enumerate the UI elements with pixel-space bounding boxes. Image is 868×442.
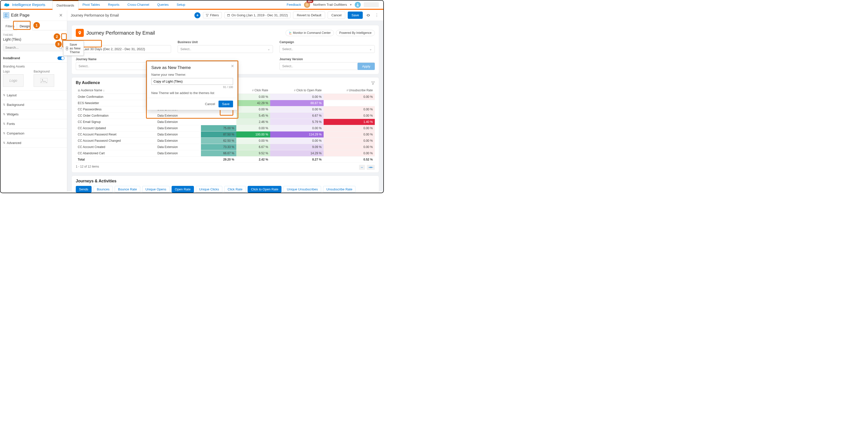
top-tab-dashboards[interactable]: Dashboards (53, 0, 79, 10)
chip-bounces[interactable]: Bounces (94, 186, 113, 193)
instabrand-toggle[interactable] (57, 57, 64, 60)
filter-journey-version-label: Journey Version (279, 58, 375, 61)
top-tab-pivot-tables[interactable]: Pivot Tables (79, 0, 104, 9)
svg-rect-9 (291, 33, 291, 35)
placeholder-skeleton (364, 2, 379, 7)
chip-click-rate[interactable]: Click Rate (224, 186, 246, 193)
chevron-updown-icon: ⇅ (3, 103, 5, 106)
top-tab-reports[interactable]: Reports (104, 0, 124, 9)
chip-bounce-rate[interactable]: Bounce Rate (115, 186, 140, 193)
date-range-picker[interactable]: On Going (Jan 1, 2019 - Dec 31, 2022) (224, 12, 291, 18)
edit-sidebar: FiltersDesign THEME Light (Tiles) ⋮ Inst… (0, 21, 67, 192)
sidebar-subtab-filters[interactable]: Filters (3, 22, 17, 30)
chevron-updown-icon: ⇅ (3, 132, 5, 135)
svg-point-0 (357, 3, 359, 5)
filter-icon[interactable] (371, 81, 375, 85)
column-header[interactable]: #Click Rate (236, 87, 270, 94)
accordion-background[interactable]: ⇅Background (0, 100, 67, 109)
funnel-icon (206, 14, 209, 17)
accordion-advanced[interactable]: ⇅Advanced (0, 138, 67, 148)
top-tab-setup[interactable]: Setup (173, 0, 189, 9)
chip-unsubscribe-rate[interactable]: Unsubscribe Rate (323, 186, 355, 193)
pager-expand-icon[interactable]: ↔ (359, 165, 365, 170)
feedback-link[interactable]: Feedback (287, 3, 301, 6)
monitor-command-center-button[interactable]: Monitor in Command Center (285, 30, 334, 36)
dashboard-title: Journey Performance by Email (86, 30, 155, 36)
accordion-layout[interactable]: ⇅Layout (0, 91, 67, 100)
plus-square-icon: + (66, 46, 68, 50)
table-row[interactable]: CC Account Password ResetData Extension8… (76, 131, 375, 138)
table-row[interactable]: CC Account Password ChangedData Extensio… (76, 138, 375, 144)
chip-click-to-open-rate[interactable]: Click to Open Rate (248, 186, 281, 193)
add-button[interactable]: + (194, 12, 200, 18)
chip-open-rate[interactable]: Open Rate (172, 186, 194, 193)
table-row[interactable]: CC Order ConfirmationData Extension5.45 … (76, 113, 375, 119)
top-tab-queries[interactable]: Queries (153, 0, 173, 9)
column-header[interactable]: #Click to Open Rate (270, 87, 323, 94)
einstein-icon[interactable]: 99+ (304, 2, 310, 8)
table-row[interactable]: CC Account UpdatedData Extension75.00 %0… (76, 125, 375, 131)
more-icon[interactable]: ⋮ (374, 13, 380, 18)
callout-1: 1 (33, 22, 40, 29)
accordion-comparison[interactable]: ⇅Comparison (0, 129, 67, 138)
callout-2: 2 (54, 33, 60, 40)
instabrand-row: InstaBrand (0, 54, 67, 63)
filters-button[interactable]: Filters (203, 12, 221, 18)
filter-date-picker[interactable]: Last 30 Days (Dec 2, 2022 - Dec 31, 2022… (76, 45, 171, 53)
accordion-fonts[interactable]: ⇅Fonts (0, 119, 67, 129)
table-total-row: Total29.20 %2.42 %8.27 %0.52 % (76, 157, 375, 163)
filter-date-label: Date (76, 40, 171, 44)
edit-page-title: Edit Page (11, 13, 30, 18)
modal-save-button[interactable]: Save (218, 101, 233, 107)
column-header[interactable]: ⊞Audience Name ↓ (76, 87, 155, 94)
chip-unique-opens[interactable]: Unique Opens (142, 186, 169, 193)
chip-unique-unsubscribes[interactable]: Unique Unsubscribes (283, 186, 321, 193)
top-nav: Intelligence Reports DashboardsPivot Tab… (0, 0, 383, 10)
background-placeholder[interactable] (34, 74, 54, 87)
theme-name-input[interactable] (151, 78, 233, 85)
journeys-title: Journeys & Activities (76, 179, 375, 183)
table-row[interactable]: CC Email SignupData Extension2.46 %5.79 … (76, 119, 375, 125)
logo-placeholder[interactable]: Logo (3, 74, 24, 87)
accordion-widgets[interactable]: ⇅Widgets (0, 109, 67, 119)
powered-by-intelligence-badge[interactable]: Powered By Intelligence (336, 30, 375, 36)
preview-icon[interactable] (365, 13, 371, 18)
chevron-updown-icon: ⇅ (3, 122, 5, 125)
svg-rect-2 (6, 13, 8, 17)
svg-point-6 (42, 79, 43, 80)
user-avatar[interactable] (355, 2, 361, 8)
logo-asset-label: Logo (3, 70, 24, 73)
theme-name: Light (Tiles) (3, 37, 21, 41)
dashboard-title-bar: Journey Performance by Email (71, 13, 119, 17)
save-as-new-theme-popover[interactable]: + Save as New Theme (63, 41, 84, 56)
modal-char-count: 91 / 100 (151, 86, 233, 89)
save-button[interactable]: Save (348, 11, 363, 19)
modal-title: Save as New Theme (147, 62, 237, 71)
table-row[interactable]: CC Abandoned CartData Extension66.67 %9.… (76, 150, 375, 157)
chip-unique-clicks[interactable]: Unique Clicks (196, 186, 222, 193)
column-header[interactable]: #Unsubscribe Rate (323, 87, 375, 94)
branding-assets-label: Branding Assets (3, 65, 64, 68)
top-tab-cross-channel[interactable]: Cross-Channel (123, 0, 153, 9)
revert-button[interactable]: Revert to Default (293, 11, 325, 19)
svg-rect-1 (5, 13, 6, 17)
table-row[interactable]: CC Account CreatedData Extension73.33 %6… (76, 144, 375, 150)
svg-rect-10 (289, 34, 290, 34)
chevron-down-icon: ▾ (350, 3, 352, 6)
pager-collapse-icon[interactable]: ⇥⇤ (367, 165, 375, 170)
app-name: Intelligence Reports (12, 2, 45, 7)
apply-button[interactable]: Apply (358, 63, 375, 70)
cancel-button[interactable]: Cancel (328, 11, 345, 19)
sidebar-subtab-design[interactable]: Design (17, 22, 32, 30)
filter-bu-select[interactable]: Select..⌄ (178, 45, 273, 53)
filter-campaign-select[interactable]: Select..⌄ (279, 45, 375, 53)
modal-close-icon[interactable]: ✕ (231, 64, 234, 68)
close-icon[interactable]: ✕ (59, 12, 63, 18)
second-bar: Edit Page ✕ Journey Performance by Email… (0, 10, 383, 21)
modal-cancel-button[interactable]: Cancel (205, 102, 215, 106)
modal-input-label: Name your new Theme: (151, 73, 233, 76)
top-tabs: DashboardsPivot TablesReportsCross-Chann… (53, 0, 189, 9)
chip-sends[interactable]: Sends (76, 186, 92, 193)
org-name[interactable]: Northern Trail Outfitters (313, 3, 347, 6)
svg-rect-7 (289, 32, 290, 33)
